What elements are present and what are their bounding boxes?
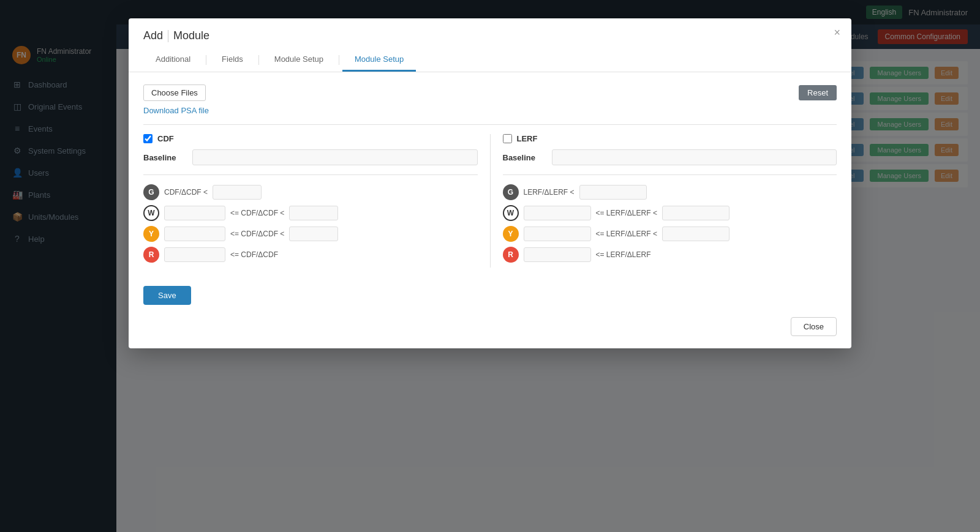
modal-title: Add Module [143,29,209,42]
lerf-section-header: LERF [503,134,837,143]
section-divider [143,124,837,125]
cdf-grade-w-value[interactable] [289,206,338,220]
lerf-column: LERF Baseline G LERF/ΔLERF < [503,134,837,268]
modal-footer: Close [129,317,851,348]
cdf-grade-r-input[interactable] [164,247,225,262]
cdf-baseline-label: Baseline [143,153,192,162]
modal-close-button[interactable]: × [834,27,840,38]
lerf-grade-r-input[interactable] [524,247,591,262]
tab-fields[interactable]: Fields [209,48,255,72]
lerf-baseline-input[interactable] [552,149,837,165]
lerf-grade-w-input[interactable] [524,206,591,220]
tab-module-setup-2-label: Module Setup [355,54,404,64]
lerf-grade-g-value[interactable] [579,185,647,200]
save-section: Save [143,286,837,305]
lerf-grade-w-badge: W [503,205,519,221]
lerf-grade-y-input[interactable] [524,227,591,241]
lerf-divider [503,174,837,175]
choose-files-button[interactable]: Choose Files [143,84,206,101]
file-upload-row: Choose Files Reset [143,84,837,101]
lerf-checkbox[interactable] [503,134,512,143]
cdf-grade-y-input[interactable] [164,227,225,241]
lerf-grade-w-value[interactable] [662,206,729,220]
download-row: Download PSA file [143,106,837,115]
lerf-grade-w-row: W <= LERF/ΔLERF < [503,205,837,221]
cdf-divider [143,174,478,175]
cdf-baseline-row: Baseline [143,149,478,165]
modal-tabs: Additional Fields Module Setup Module Se… [129,42,851,72]
lerf-grade-g-operator: LERF/ΔLERF < [524,188,575,197]
modal-title-add: Add [143,29,163,42]
cdf-grade-y-row: Y <= CDF/ΔCDF < [143,226,478,242]
lerf-grade-y-badge: Y [503,226,519,242]
modal-header: Add Module × [129,18,851,42]
modal-dialog: Add Module × Additional Fields Module Se… [129,18,851,348]
cdf-grade-g-row: G CDF/ΔCDF < [143,184,478,200]
cdf-column: CDF Baseline G CDF/ΔCDF < [143,134,478,268]
modal-title-module: Module [173,29,209,42]
lerf-grade-g-row: G LERF/ΔLERF < [503,184,837,200]
tab-divider [258,55,259,65]
lerf-grade-r-operator: <= LERF/ΔLERF [596,250,651,259]
lerf-baseline-row: Baseline [503,149,837,165]
reset-button[interactable]: Reset [799,85,837,100]
grade-y-badge: Y [143,226,159,242]
lerf-grade-y-operator: <= LERF/ΔLERF < [596,230,657,238]
grade-g-badge: G [143,184,159,200]
columns-row: CDF Baseline G CDF/ΔCDF < [143,134,837,268]
lerf-title: LERF [517,134,538,143]
save-button[interactable]: Save [143,286,191,305]
cdf-grade-w-row: W <= CDF/ΔCDF < [143,205,478,221]
lerf-grade-g-badge: G [503,184,519,200]
tab-additional[interactable]: Additional [143,48,203,72]
grade-w-badge: W [143,205,159,221]
title-divider [168,30,168,42]
cdf-grade-w-operator: <= CDF/ΔCDF < [230,209,284,217]
modal-body: Choose Files Reset Download PSA file CDF [129,72,851,317]
cdf-grade-r-operator: <= CDF/ΔCDF [230,250,278,259]
lerf-grade-r-badge: R [503,247,519,263]
cdf-grade-y-value[interactable] [289,227,338,241]
lerf-baseline-label: Baseline [503,153,552,162]
columns-divider [490,134,491,268]
download-psa-link[interactable]: Download PSA file [143,106,209,115]
tab-module-setup-2[interactable]: Module Setup [342,48,416,72]
grade-r-badge: R [143,247,159,263]
lerf-grade-y-value[interactable] [662,227,729,241]
tab-additional-label: Additional [156,54,190,64]
cdf-baseline-input[interactable] [192,149,478,165]
cdf-grade-y-operator: <= CDF/ΔCDF < [230,230,284,238]
close-button[interactable]: Close [791,317,837,336]
modal-overlay: Add Module × Additional Fields Module Se… [0,0,980,532]
cdf-grade-r-row: R <= CDF/ΔCDF [143,247,478,263]
lerf-grade-r-row: R <= LERF/ΔLERF [503,247,837,263]
tab-divider [339,55,339,65]
cdf-grade-w-input[interactable] [164,206,225,220]
tab-fields-label: Fields [222,54,243,64]
tab-module-setup-1[interactable]: Module Setup [262,48,336,72]
cdf-checkbox[interactable] [143,134,153,143]
cdf-grade-g-value[interactable] [213,185,262,200]
lerf-grade-y-row: Y <= LERF/ΔLERF < [503,226,837,242]
cdf-title: CDF [157,134,174,143]
lerf-grade-w-operator: <= LERF/ΔLERF < [596,209,657,217]
tab-divider [206,55,206,65]
cdf-grade-g-operator: CDF/ΔCDF < [164,188,208,197]
tab-module-setup-1-label: Module Setup [274,54,323,64]
cdf-section-header: CDF [143,134,478,143]
